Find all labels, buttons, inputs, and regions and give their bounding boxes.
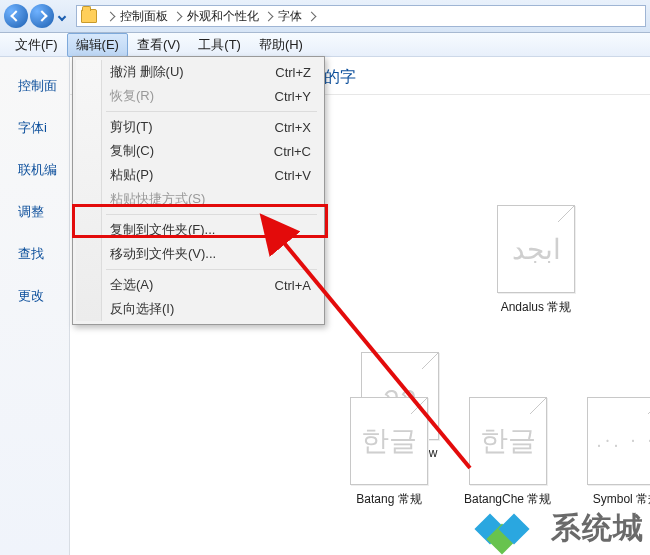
font-card-batang[interactable]: 한글 Batang 常规 — [350, 397, 428, 508]
folder-icon — [81, 9, 97, 23]
crumb-control-panel[interactable]: 控制面板 — [120, 8, 168, 25]
menu-shortcut: Ctrl+Z — [275, 65, 311, 80]
menu-separator — [106, 269, 317, 270]
font-thumb: 한글 — [350, 397, 428, 485]
menu-tools[interactable]: 工具(T) — [189, 33, 250, 57]
menu-label: 复制(C) — [110, 142, 154, 160]
menu-edit[interactable]: 编辑(E) — [67, 33, 128, 57]
glyph-preview: 한글 — [470, 398, 546, 484]
menu-separator — [106, 111, 317, 112]
nav-forward-button[interactable] — [30, 4, 54, 28]
menu-view[interactable]: 查看(V) — [128, 33, 189, 57]
font-card-andalus[interactable]: ابجد Andalus 常规 — [486, 205, 586, 316]
font-thumb: ابجد — [497, 205, 575, 293]
menu-select-all[interactable]: 全选(A) Ctrl+A — [76, 273, 321, 297]
glyph-preview: 한글 — [351, 398, 427, 484]
menu-redo: 恢复(R) Ctrl+Y — [76, 84, 321, 108]
menu-label: 撤消 删除(U) — [110, 63, 184, 81]
menu-label: 反向选择(I) — [110, 300, 174, 318]
sidebar-link-4[interactable]: 查找 — [18, 245, 63, 263]
font-card-symbol[interactable]: .·. · · Symbol 常规 — [587, 397, 650, 508]
menu-shortcut: Ctrl+A — [275, 278, 311, 293]
font-caption: Andalus 常规 — [486, 299, 586, 316]
menu-invert-selection[interactable]: 反向选择(I) — [76, 297, 321, 321]
breadcrumb[interactable]: 控制面板 外观和个性化 字体 — [76, 5, 646, 27]
glyph-preview: ابجد — [498, 206, 574, 292]
glyph-preview: .·. · · — [588, 398, 650, 484]
watermark-text: 系统城 — [551, 508, 644, 549]
menu-shortcut: Ctrl+V — [275, 168, 311, 183]
sidebar-link-5[interactable]: 更改 — [18, 287, 63, 305]
menu-bar: 文件(F) 编辑(E) 查看(V) 工具(T) 帮助(H) — [0, 33, 650, 57]
menu-paste[interactable]: 粘贴(P) Ctrl+V — [76, 163, 321, 187]
menu-copy[interactable]: 复制(C) Ctrl+C — [76, 139, 321, 163]
menu-shortcut: Ctrl+X — [275, 120, 311, 135]
sidebar-link-2[interactable]: 联机编 — [18, 161, 63, 179]
menu-label: 剪切(T) — [110, 118, 153, 136]
menu-cut[interactable]: 剪切(T) Ctrl+X — [76, 115, 321, 139]
menu-label: 粘贴(P) — [110, 166, 153, 184]
menu-label: 全选(A) — [110, 276, 153, 294]
font-caption: Symbol 常规 — [587, 491, 650, 508]
menu-shortcut: Ctrl+C — [274, 144, 311, 159]
menu-label: 复制到文件夹(F)... — [110, 221, 215, 239]
edit-dropdown: 撤消 删除(U) Ctrl+Z 恢复(R) Ctrl+Y 剪切(T) Ctrl+… — [72, 56, 325, 325]
menu-separator — [106, 214, 317, 215]
menu-file[interactable]: 文件(F) — [6, 33, 67, 57]
explorer-window: 控制面板 外观和个性化 字体 文件(F) 编辑(E) 查看(V) 工具(T) 帮… — [0, 0, 650, 555]
menu-undo[interactable]: 撤消 删除(U) Ctrl+Z — [76, 60, 321, 84]
menu-copy-to-folder[interactable]: 复制到文件夹(F)... — [76, 218, 321, 242]
sidebar-link-1[interactable]: 字体i — [18, 119, 63, 137]
font-thumb: 한글 — [469, 397, 547, 485]
address-bar: 控制面板 外观和个性化 字体 — [0, 0, 650, 33]
sidebar-link-0[interactable]: 控制面 — [18, 77, 63, 95]
font-card-batangche[interactable]: 한글 BatangChe 常规 — [464, 397, 551, 508]
font-caption: Batang 常规 — [350, 491, 428, 508]
menu-label: 恢复(R) — [110, 87, 154, 105]
menu-label: 粘贴快捷方式(S) — [110, 190, 205, 208]
nav-back-button[interactable] — [4, 4, 28, 28]
menu-help[interactable]: 帮助(H) — [250, 33, 312, 57]
watermark: 系统城 — [479, 508, 644, 549]
menu-label: 移动到文件夹(V)... — [110, 245, 216, 263]
nav-history-drop[interactable] — [56, 4, 70, 28]
menu-move-to-folder[interactable]: 移动到文件夹(V)... — [76, 242, 321, 266]
crumb-appearance[interactable]: 外观和个性化 — [187, 8, 259, 25]
sidebar-link-3[interactable]: 调整 — [18, 203, 63, 221]
font-thumb: .·. · · — [587, 397, 650, 485]
menu-paste-shortcut: 粘贴快捷方式(S) — [76, 187, 321, 211]
crumb-fonts[interactable]: 字体 — [278, 8, 302, 25]
font-grid-row2: 한글 Batang 常规 한글 BatangChe 常规 .·. · · Sym… — [350, 397, 650, 508]
sidebar: 控制面 字体i 联机编 调整 查找 更改 — [0, 57, 70, 555]
menu-shortcut: Ctrl+Y — [275, 89, 311, 104]
font-caption: BatangChe 常规 — [464, 491, 551, 508]
